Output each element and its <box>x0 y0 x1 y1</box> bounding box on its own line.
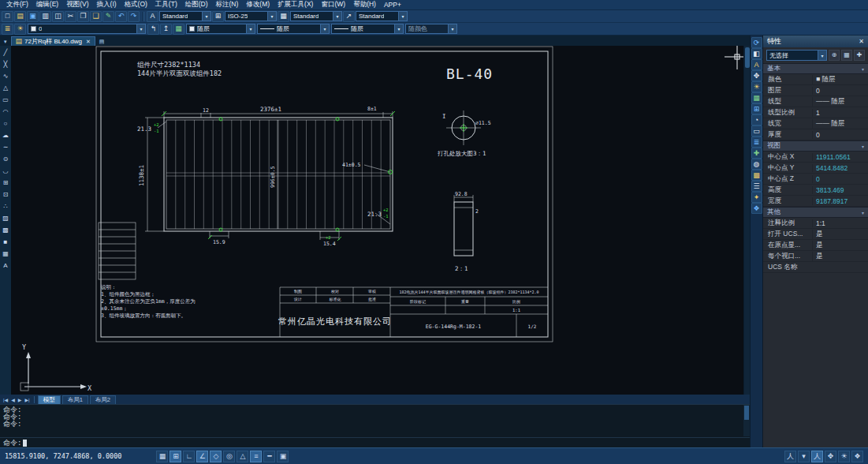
dyn-toggle[interactable]: ≡ <box>250 451 262 462</box>
properties-panel-header[interactable]: 特性 ✕ <box>763 36 868 47</box>
table-style-dropdown[interactable]: Standard▾ <box>290 11 342 21</box>
mleader-style-icon[interactable]: ↗ <box>343 11 355 22</box>
quick-select-icon[interactable]: ✚ <box>854 50 865 61</box>
menu-item[interactable]: 文件(F) <box>2 0 32 9</box>
history-icon[interactable]: ◔ <box>751 114 762 125</box>
clean-screen-icon[interactable]: ❖ <box>851 451 863 462</box>
command-window[interactable]: 命令:命令:命令: 命令: <box>0 404 750 447</box>
menu-item[interactable]: 视图(V) <box>62 0 92 9</box>
layer-properties-icon[interactable]: ≣ <box>2 24 13 35</box>
pickadd-toggle-icon[interactable]: ⊕ <box>829 50 840 61</box>
properties-toggle-icon[interactable]: ◧ <box>751 48 762 59</box>
color-dropdown[interactable]: 随层▾ <box>186 24 255 34</box>
drawing-canvas[interactable]: 组件尺寸2382*1134 144片半片双面双玻组件182 BL-40 <box>11 46 743 395</box>
otrack-toggle[interactable]: ◎ <box>223 451 235 462</box>
menu-item[interactable]: 编辑(E) <box>32 0 62 9</box>
list-icon[interactable]: ≣ <box>751 137 762 148</box>
scrollbar-thumb[interactable] <box>745 47 750 68</box>
layout-nav-button[interactable]: ◀ <box>10 397 16 402</box>
layout-nav-button[interactable]: |◀ <box>2 397 9 402</box>
menu-item[interactable]: 窗口(W) <box>317 0 349 9</box>
star-icon[interactable]: ✦ <box>751 192 762 203</box>
menu-item[interactable]: 工具(T) <box>151 0 181 9</box>
ellipse-arc-icon[interactable]: ◡ <box>1 165 11 177</box>
workspace-switch-icon[interactable]: ✥ <box>825 451 836 462</box>
light-icon[interactable]: ☀ <box>751 81 762 92</box>
document-tab[interactable]: ▤ 72片Rq样 BL40.dwg ✕ <box>11 36 95 46</box>
menu-item[interactable]: 绘图(D) <box>181 0 212 9</box>
redo-icon[interactable]: ↷ <box>128 11 140 22</box>
text-tool-icon[interactable]: A <box>751 59 762 70</box>
viewport-icon[interactable]: ▭ <box>751 125 762 137</box>
tab-list-chevron-icon[interactable]: ▾ <box>2 39 9 46</box>
undo-icon[interactable]: ↶ <box>115 11 127 22</box>
tab-model[interactable]: 模型 <box>38 395 61 404</box>
tab-layout1[interactable]: 布局1 <box>62 395 88 404</box>
table-icon[interactable]: ▦ <box>1 248 11 260</box>
rectangle-icon[interactable]: ▭ <box>1 94 11 106</box>
annotation-scale-chevron[interactable]: ▾ <box>798 451 810 462</box>
gradient-icon[interactable]: ▩ <box>1 224 11 236</box>
make-block-icon[interactable]: ⊡ <box>1 189 11 200</box>
section-misc[interactable]: 其他 ▾ <box>763 207 868 218</box>
command-scrollbar[interactable] <box>743 405 750 436</box>
menu-item[interactable]: 插入(I) <box>93 0 121 9</box>
polygon-icon[interactable]: △ <box>1 82 11 94</box>
osnap-toggle[interactable]: ◇ <box>210 451 222 462</box>
cut-icon[interactable]: ✂ <box>65 11 76 22</box>
menu-item[interactable]: 帮助(H) <box>349 0 380 9</box>
linetype-dropdown[interactable]: 随层▾ <box>257 24 330 34</box>
open-icon[interactable]: ▤ <box>14 11 26 22</box>
menu-item[interactable]: 格式(O) <box>121 0 151 9</box>
new-icon[interactable]: □ <box>2 11 13 22</box>
save-icon[interactable]: ▣ <box>27 11 39 22</box>
revcloud-icon[interactable]: ☁ <box>1 129 11 141</box>
menu-item[interactable]: 修改(M) <box>242 0 274 9</box>
annotation-auto-icon[interactable]: 人 <box>811 451 823 462</box>
render-icon[interactable]: ◍ <box>751 159 762 170</box>
close-icon[interactable]: ✕ <box>859 38 864 45</box>
move-icon[interactable]: ✥ <box>751 70 762 81</box>
section-view[interactable]: 视图 ▾ <box>763 140 868 152</box>
isolate-objects-icon[interactable]: ☀ <box>838 451 850 462</box>
polar-toggle[interactable]: ∠ <box>196 451 208 462</box>
text-style-icon[interactable]: A <box>147 11 158 22</box>
grid-palette-icon[interactable]: ⊞ <box>751 103 762 114</box>
model-toggle[interactable]: ▣ <box>277 451 289 462</box>
region-icon[interactable]: ■ <box>1 236 11 248</box>
hatch-palette-icon[interactable]: ▩ <box>751 170 762 181</box>
section-basic[interactable]: 基本 ▾ <box>763 63 868 74</box>
snap-toggle[interactable]: ▦ <box>156 451 168 462</box>
dim-style-dropdown[interactable]: ISO-25▾ <box>225 11 277 21</box>
circle-icon[interactable]: ○ <box>1 118 11 129</box>
selection-dropdown[interactable]: 无选择 ▾ <box>766 50 827 61</box>
plot-icon[interactable]: ▥ <box>39 11 51 22</box>
hatch-icon[interactable]: ▨ <box>1 212 11 224</box>
command-input[interactable]: 命令: <box>0 437 750 447</box>
lineweight-toggle[interactable]: ━ <box>263 451 275 462</box>
lineweight-dropdown[interactable]: 随层▾ <box>331 24 404 34</box>
menu-item[interactable]: APP+ <box>380 1 405 9</box>
layout-nav-button[interactable]: ▶ <box>17 397 23 402</box>
menu-item[interactable]: 扩展工具(X) <box>274 0 317 9</box>
tab-layout2[interactable]: 布局2 <box>90 395 116 404</box>
grid-toggle[interactable]: ⊞ <box>170 451 181 462</box>
line-icon[interactable]: ╱ <box>1 47 11 58</box>
dim-style-icon[interactable]: ⊞ <box>212 11 224 22</box>
xline-icon[interactable]: ╳ <box>1 58 11 70</box>
arc-icon[interactable]: ◠ <box>1 106 11 118</box>
scrollbar-thumb[interactable] <box>744 406 749 420</box>
select-objects-icon[interactable]: ▦ <box>841 50 852 61</box>
canvas-scrollbar[interactable] <box>743 46 750 395</box>
mleader-style-dropdown[interactable]: Standard▾ <box>356 11 408 21</box>
layer-states-icon[interactable]: ▦ <box>173 24 184 35</box>
menu-lines-icon[interactable]: ☰ <box>751 181 762 192</box>
ortho-toggle[interactable]: ∟ <box>183 451 195 462</box>
paste-icon[interactable]: ❑ <box>90 11 102 22</box>
polyline-icon[interactable]: ∿ <box>1 70 11 82</box>
layer-filter-icon[interactable]: ☀ <box>14 24 26 35</box>
new-tab-icon[interactable]: ▤ <box>98 39 106 46</box>
layout-nav-button[interactable]: ▶| <box>24 397 30 402</box>
menu-item[interactable]: 标注(N) <box>212 0 243 9</box>
blocks-icon[interactable]: ❖ <box>751 203 762 214</box>
